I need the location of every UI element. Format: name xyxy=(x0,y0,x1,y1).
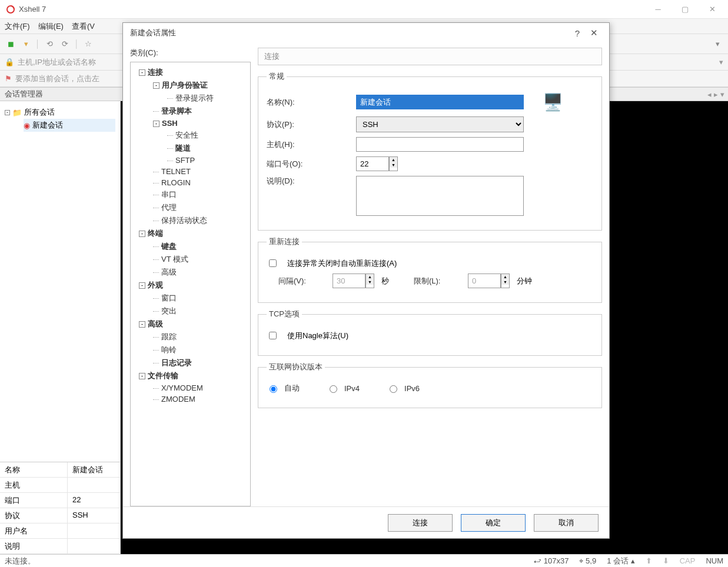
star-icon[interactable]: ☆ xyxy=(82,38,94,50)
category-node[interactable]: ZMODEM xyxy=(149,393,248,405)
interval-spinbox: ▲▼ xyxy=(333,274,374,288)
session-tree[interactable]: - 📁 所有会话 ◉ 新建会话 xyxy=(0,101,120,462)
interval-up-icon: ▲ xyxy=(366,274,374,279)
port-down-icon[interactable]: ▼ xyxy=(390,162,397,168)
category-node[interactable]: 跟踪 xyxy=(149,331,248,343)
maximize-button[interactable]: ▢ xyxy=(672,0,699,19)
expand-icon[interactable]: - xyxy=(139,373,145,379)
session-item-label: 新建会话 xyxy=(32,120,63,131)
prop-value: 22 xyxy=(68,493,120,508)
dialog-help-button[interactable]: ? xyxy=(569,28,586,38)
port-input[interactable] xyxy=(356,156,389,171)
status-up-icon[interactable]: ⬆ xyxy=(646,556,652,565)
connect-button[interactable]: 连接 xyxy=(388,514,453,532)
nagle-checkbox[interactable] xyxy=(269,332,277,339)
session-tree-root[interactable]: - 📁 所有会话 xyxy=(5,106,115,119)
session-large-icon: 🖥️ xyxy=(543,92,563,112)
port-up-icon[interactable]: ▲ xyxy=(390,157,397,162)
category-node[interactable]: 键盘 xyxy=(149,240,248,253)
status-down-icon[interactable]: ⬇ xyxy=(663,556,669,565)
category-node[interactable]: VT 模式 xyxy=(149,253,248,266)
category-node[interactable]: 安全性 xyxy=(164,129,248,142)
protocol-select[interactable]: SSH xyxy=(356,116,524,132)
form-panel: 连接 常规 名称(N): 🖥️ 协议(P): SSH 主机(H): 端口号( xyxy=(258,48,602,506)
link-icon[interactable]: ⟲ xyxy=(44,38,55,50)
menu-file[interactable]: 文件(F) xyxy=(5,21,30,32)
category-node[interactable]: TELNET xyxy=(149,166,248,177)
expand-icon[interactable]: - xyxy=(139,69,145,76)
cancel-button[interactable]: 取消 xyxy=(534,514,599,532)
category-node[interactable]: 代理 xyxy=(149,201,248,214)
category-node[interactable]: X/YMODEM xyxy=(149,382,248,393)
session-tree-item[interactable]: ◉ 新建会话 xyxy=(24,119,115,132)
flag-icon: ⚑ xyxy=(5,74,12,83)
category-node[interactable]: 日志记录 xyxy=(149,356,248,369)
category-node[interactable]: 窗口 xyxy=(149,292,248,305)
category-node[interactable]: -文件传输 xyxy=(135,369,248,382)
category-node[interactable]: 保持活动状态 xyxy=(149,214,248,227)
prop-key: 协议 xyxy=(0,508,68,523)
category-node[interactable]: -连接 xyxy=(135,66,248,79)
prop-key: 说明 xyxy=(0,539,68,553)
category-node[interactable]: 登录提示符 xyxy=(164,92,248,105)
tip-text: 要添加当前会话，点击左 xyxy=(15,74,99,84)
tab-next-icon[interactable]: ▸ xyxy=(714,90,718,99)
limit-unit: 分钟 xyxy=(517,276,532,286)
port-label: 端口号(O): xyxy=(267,159,349,169)
expand-icon[interactable]: - xyxy=(153,121,159,127)
minimize-button[interactable]: ─ xyxy=(644,0,672,19)
category-node[interactable]: 高级 xyxy=(149,266,248,279)
category-node[interactable]: -终端 xyxy=(135,227,248,240)
tab-bar: ◂ ▸ ▾ xyxy=(704,87,728,101)
prop-row: 用户名 xyxy=(0,523,120,539)
category-node[interactable]: SFTP xyxy=(164,155,248,166)
expand-icon[interactable]: - xyxy=(139,282,145,289)
category-node[interactable]: 登录脚本 xyxy=(149,105,248,118)
nagle-checkbox-label: 使用Nagle算法(U) xyxy=(287,331,348,341)
category-label: 突出 xyxy=(161,306,177,315)
open-folder-icon[interactable]: ▾ xyxy=(20,38,32,50)
expand-icon[interactable]: - xyxy=(153,82,159,89)
category-node[interactable]: -用户身份验证 xyxy=(149,79,248,92)
category-node[interactable]: RLOGIN xyxy=(149,177,248,188)
port-spinbox[interactable]: ▲▼ xyxy=(356,156,398,171)
link2-icon[interactable]: ⟳ xyxy=(59,38,71,50)
close-button[interactable]: ✕ xyxy=(699,0,726,19)
ip-v4-radio[interactable]: IPv4 xyxy=(327,383,360,393)
ok-button[interactable]: 确定 xyxy=(461,514,526,532)
category-label: SFTP xyxy=(175,156,195,165)
limit-down-icon: ▼ xyxy=(501,279,509,285)
category-node[interactable]: -高级 xyxy=(135,318,248,331)
ip-auto-radio[interactable]: 自动 xyxy=(267,383,300,393)
status-sessions[interactable]: 1 会话 ▴ xyxy=(607,556,634,566)
status-num: NUM xyxy=(706,556,723,565)
reconnect-checkbox-label: 连接异常关闭时自动重新连接(A) xyxy=(287,258,397,269)
category-label: 类别(C): xyxy=(130,48,251,58)
name-input[interactable] xyxy=(356,95,524,109)
category-tree[interactable]: -连接-用户身份验证登录提示符登录脚本-SSH安全性隧道SFTPTELNETRL… xyxy=(130,62,251,506)
desc-textarea[interactable] xyxy=(356,176,524,216)
address-menu-icon[interactable]: ▾ xyxy=(719,58,723,66)
expand-icon[interactable]: - xyxy=(139,321,145,328)
category-node[interactable]: 响铃 xyxy=(149,343,248,356)
menu-view[interactable]: 查看(V xyxy=(72,21,95,32)
new-session-icon[interactable]: ◼ xyxy=(5,38,16,50)
category-node[interactable]: 突出 xyxy=(149,305,248,318)
expand-icon[interactable]: - xyxy=(139,231,145,237)
menu-edit[interactable]: 编辑(E) xyxy=(38,21,64,32)
category-label: 日志记录 xyxy=(161,358,192,367)
ip-v6-radio[interactable]: IPv6 xyxy=(387,383,420,393)
app-title: Xshell 7 xyxy=(19,5,644,14)
toolbar-menu-icon[interactable]: ▾ xyxy=(712,38,723,50)
category-node[interactable]: -外观 xyxy=(135,279,248,292)
host-input[interactable] xyxy=(356,137,524,152)
status-bar: 未连接。 ⮐ 107x37 ⌖ 5,9 1 会话 ▴ ⬆ ⬇ CAP NUM xyxy=(0,554,728,567)
tab-menu-icon[interactable]: ▾ xyxy=(720,90,724,99)
category-node[interactable]: 隧道 xyxy=(164,142,248,155)
tab-prev-icon[interactable]: ◂ xyxy=(707,90,712,99)
expand-icon[interactable]: - xyxy=(5,110,10,115)
category-node[interactable]: 串口 xyxy=(149,188,248,201)
category-node[interactable]: -SSH xyxy=(149,118,248,129)
dialog-close-button[interactable]: ✕ xyxy=(586,28,602,38)
reconnect-checkbox[interactable] xyxy=(269,259,277,267)
